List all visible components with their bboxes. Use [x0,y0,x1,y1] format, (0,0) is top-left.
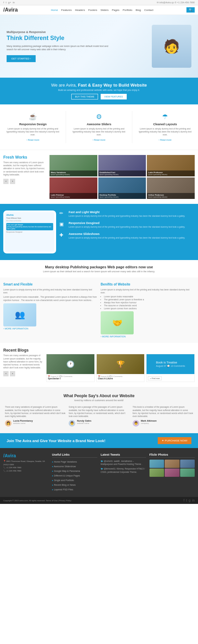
blue-feature-3-title: Awesome Slideshows [69,232,185,236]
blue-banner-title-prefix: We are Avira, [51,83,77,88]
portfolio-item-2[interactable]: Established Factipsum typesetting indust… [98,155,146,176]
nav-footers[interactable]: Footers [88,9,97,12]
purchase-button[interactable]: ✦ PURCHASE NOW! [158,437,191,444]
portfolio-item-3[interactable]: Latin Professoripsum typesetting industr… [147,155,195,176]
feature-3-link[interactable]: › Read more [159,139,172,141]
footer-twitter-icon[interactable]: t [186,499,187,502]
footer-social-icons[interactable]: f t g in [183,499,195,502]
blog-text-2: 📅 August 06 💬 0 Comments Class A Liturre [97,374,145,382]
team-image: 👥 [3,303,36,326]
feature-2-link[interactable]: › Read more [93,139,106,141]
phone-content-1: Think Different Style [6,217,53,219]
blog-item-2[interactable]: 🏆 📅 August 06 💬 0 Comments Class A Litur… [96,354,145,382]
footer-info: 📍 2901 Thornrose Road, Glasgow, Seattle,… [3,460,49,473]
footer-link-item[interactable]: Single and Portfolio [52,478,98,482]
flickr-photo-4[interactable] [149,469,164,477]
footer-col-flickr: Flickr Photos [149,453,195,492]
portfolio-item-1[interactable]: Many Variationsipsum typesetting industr… [50,155,97,176]
blog-prev-button[interactable]: ‹ [3,371,9,376]
blog-img-3: Book is TreatiseAugust 07 💬 13 Comments [147,354,194,374]
nav-features[interactable]: Features [61,9,72,12]
portfolio-item-5[interactable]: Desktop Portfolioipsum typesetting indus… [98,177,146,199]
footer-link-item[interactable]: Awesome Slidershow [52,464,98,468]
fresh-works-title: Fresh Works [3,155,46,160]
buy-theme-button[interactable]: BUY THIS THEME [71,94,98,99]
footer-link-item[interactable]: Layered PSD Files [52,487,98,491]
cta-title: Join The Avira and Give Your Website a B… [7,439,105,443]
blue-banner-buttons: BUY THIS THEME VIEW FEATURES [5,94,193,99]
nav-blog[interactable]: Blog [136,9,141,12]
social-icons[interactable]: f t g+ in [3,1,15,4]
feature-responsive: ☕ Responsive Design Lorem ipsum is simpl… [3,111,62,143]
list-item: Always free from rejection humour [104,301,195,304]
view-features-button[interactable]: VIEW FEATURES [101,94,127,99]
feature-1-link[interactable]: › Read more [26,139,39,141]
blue-feature-1-title: Fast and Light Weight [69,210,185,214]
footer-flickr-title: Flickr Photos [149,453,195,458]
features-section: ☕ Responsive Design Lorem ipsum is simpl… [0,104,198,150]
author-2-name: Nuruly Gates [77,420,91,422]
blue-feature-2-text: Responsive Desgined Lorem ipsum is simpl… [69,221,185,228]
portfolio-item-6[interactable]: Arthur Pedersonipsum typesetting industr… [147,177,195,199]
flickr-photo-6[interactable] [180,469,195,477]
phone-responsive: Responsive Designed [6,231,53,233]
fresh-works-prev[interactable]: ‹ [3,179,9,184]
footer-link-item[interactable]: Recent Blog or News [52,483,98,486]
flickr-photo-5[interactable] [165,469,180,477]
fresh-works-section: Fresh Works There are many variations of… [0,150,198,204]
nav-portfolio[interactable]: Portfolio [123,9,132,12]
blog-item-3[interactable]: Book is TreatiseAugust 07 💬 13 Comments … [146,354,195,382]
two-col-left-link[interactable]: › MORE INFORMATION [3,327,28,330]
fresh-works-title-suffix: Works [15,155,27,160]
footer-address: 📍 2901 Thornrose Road, Glasgow, Seattle,… [3,460,49,466]
testimonials-section: What People Say's About our Website love… [0,387,198,433]
hero-text: Multipurpose & Responsive Think Differen… [7,30,108,62]
logo[interactable]: /Avira [3,7,18,13]
flickr-photo-3[interactable] [180,460,195,468]
coffee-icon: ☕ [5,113,61,121]
two-col-left-title: Smart and Flexible [3,283,97,286]
footer-facebook-icon[interactable]: f [183,499,184,502]
nav-sliders[interactable]: Sliders [101,9,109,12]
flickr-photo-1[interactable] [149,460,164,468]
portfolio-item-4[interactable]: Latin Pulvinaripsum typesetting industry [50,177,97,199]
two-col-list: Lorem ipsum looks reasonable The generat… [104,295,195,310]
nav-home[interactable]: Home [51,9,58,12]
list-item: Lorem ipsum looks reasonable [104,295,195,298]
search-button[interactable]: 🔍 [186,7,195,13]
facebook-icon[interactable]: f [3,1,4,4]
blue-feature-2-desc: Lorem ipsum is simply dummy text of the … [69,225,185,228]
hero-title: Think Different Style [7,35,108,42]
twitter-icon[interactable]: t [6,1,6,4]
blog-item-1[interactable]: 🕐 📅 August 07 💬 0 Comments Spectavian t [46,354,95,382]
hero-cta-button[interactable]: GET STARTED › [7,55,36,62]
footer-link-item[interactable]: Google Map & Panorama [52,469,98,473]
footer-link-item[interactable]: Different & Unique Pages [52,474,98,477]
fresh-works-next[interactable]: › [10,179,15,184]
flickr-photo-2[interactable] [165,460,180,468]
footer-googleplus-icon[interactable]: g [189,499,191,502]
nav-headers[interactable]: Headers [75,9,85,12]
footer-col-tweets: Latest Tweets @rohn01: awk8t . Avirathem… [101,453,146,492]
googleplus-icon[interactable]: g+ [8,1,11,4]
nav-pages[interactable]: Pages [112,9,119,12]
blog-left: There are many variations passages of Lo… [3,354,43,382]
phone-banner: Fast and Light Weightprinting and typese… [6,223,53,230]
feature-1-desc: Lorem ipsum is simply dummy text of the … [5,127,61,136]
footer-linkedin-icon[interactable]: in [192,499,195,502]
footer-col-about: /Avira 📍 2901 Thornrose Road, Glasgow, S… [3,453,49,492]
blue-features-right: ✏ Fast and Light Weight Lorem ipsum is s… [59,210,195,253]
blog-next-button[interactable]: › [10,371,15,376]
blog-find-button[interactable]: + Find now [148,376,162,380]
list-item: Lorem ipsum comes from sections [104,307,195,310]
footer-logo: /Avira [3,453,49,458]
hero-subtitle: Multipurpose & Responsive [7,30,108,34]
main-nav: /Avira Home Features Headers Footers Sli… [0,5,198,15]
fresh-works-left: Fresh Works There are many variations of… [3,155,46,199]
avatar-1: 👩 [5,420,12,427]
linkedin-icon[interactable]: in [13,1,15,4]
footer-link-item[interactable]: Home Page Variations [52,460,98,463]
nav-contact[interactable]: Contact [144,9,153,12]
fresh-works-title-prefix: Fresh [3,155,14,160]
two-col-right-link[interactable]: › MORE INFORMATION [101,335,126,338]
